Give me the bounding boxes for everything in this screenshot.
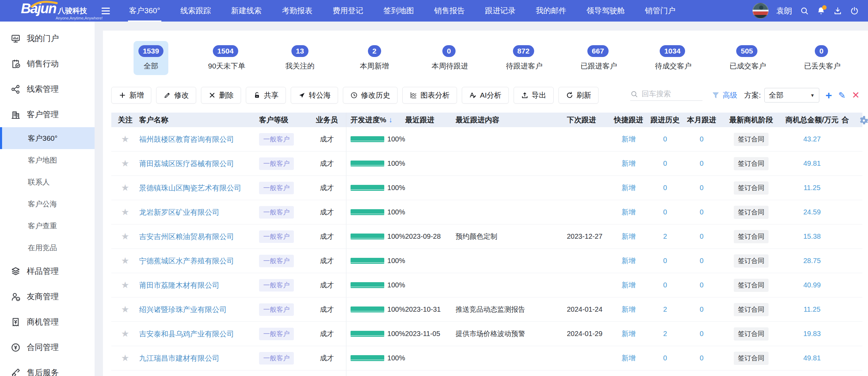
quick-follow-link[interactable]: 新增 [622,232,636,241]
edit-scheme-button[interactable]: ✎ [838,91,845,100]
follow-history-count[interactable]: 0 [663,281,667,289]
customer-name-link[interactable]: 绍兴诸暨珍珠产业有限公司 [139,305,227,314]
opportunity-amount-link[interactable]: 28.75 [803,257,821,265]
table-header-cell[interactable]: 业务员 [308,113,346,127]
follow-history-count[interactable]: 2 [663,232,667,240]
customer-name-link[interactable]: 龙岩新罗区矿业有限公司 [139,207,219,217]
nav-tab[interactable]: 销管门户 [635,0,686,22]
sidebar-item-sample[interactable]: 样品管理 [0,259,95,284]
month-follow-count[interactable]: 0 [700,330,704,338]
stat-card[interactable]: 0 本周待跟进 [432,41,466,75]
favorite-star-icon[interactable]: ★ [121,280,129,291]
table-header-cell[interactable]: 下次跟进 [567,113,610,127]
month-follow-count[interactable]: 0 [700,135,704,143]
table-header-cell[interactable]: 关注 [111,113,139,127]
month-follow-count[interactable]: 0 [700,305,704,313]
table-row[interactable]: ★ 九江瑞昌市建材有限公司 一般客户 成才 100% 新增 0 0 签订合同 4… [111,346,862,370]
sidebar-item-action[interactable]: 销售行动 [0,51,95,76]
month-follow-count[interactable]: 0 [700,281,704,289]
nav-tab[interactable]: 销售报告 [424,0,475,22]
follow-history-count[interactable]: 0 [663,160,667,167]
table-row[interactable]: ★ 龙岩新罗区矿业有限公司 一般客户 成才 100% 新增 0 0 签订合同 2… [111,200,862,224]
sidebar-subitem[interactable]: 客户公海 [0,193,95,215]
table-row[interactable]: ★ 莆田荔城区医疗器械有限公司 一般客户 成才 100% 新增 0 0 签订合同… [111,152,862,176]
nav-tab[interactable]: 费用登记 [323,0,373,22]
sidebar-subitem-active[interactable]: 客户360° [0,127,95,149]
month-follow-count[interactable]: 0 [700,208,704,216]
toolbar-button[interactable]: 图表分析 [402,87,457,104]
favorite-star-icon[interactable]: ★ [121,255,129,266]
filter-funnel-icon[interactable] [712,91,720,99]
toolbar-button[interactable]: 新增 [111,87,151,104]
opportunity-amount-link[interactable]: 43.27 [803,135,821,143]
toolbar-button[interactable]: AI分析 [462,87,509,104]
sidebar-subitem[interactable]: 联系人 [0,171,95,193]
nav-tab[interactable]: 我的邮件 [526,0,577,22]
month-follow-count[interactable]: 0 [700,257,704,265]
favorite-star-icon[interactable]: ★ [121,182,129,193]
toolbar-button[interactable]: 导出 [514,87,554,104]
table-row[interactable]: ★ 宁德蕉城区水产养殖有限公司 一般客户 成才 100% 新增 0 0 签订合同… [111,249,862,273]
table-header-cell[interactable]: 客户等级 [256,113,308,127]
table-row[interactable]: ★ 莆田市荔隆木材有限公司 一般客户 成才 100% 新增 0 0 签订合同 4… [111,273,862,297]
sidebar-subitem[interactable]: 客户查重 [0,215,95,237]
sidebar-subitem[interactable]: 客户地图 [0,149,95,171]
customer-name-link[interactable]: 宁德蕉城区水产养殖有限公司 [139,256,234,266]
nav-tab[interactable]: 跟进记录 [475,0,526,22]
delete-scheme-button[interactable]: ✕ [852,91,860,100]
customer-name-link[interactable]: 吉安吉州区粮油贸易有限公司 [139,232,234,242]
opportunity-amount-link[interactable]: 11.25 [804,305,821,313]
sidebar-item-portal[interactable]: 我的门户 [0,26,95,51]
table-header-cell[interactable]: 最新商机阶段 [720,113,782,127]
follow-history-count[interactable]: 2 [663,305,667,313]
customer-name-link[interactable]: 福州鼓楼区教育咨询有限公司 [139,134,234,144]
table-row[interactable]: ★ 金华永康五金有限公司 重点客户 成才 100% 新增 0 0 签订合同 24… [111,370,862,376]
power-icon[interactable] [850,6,859,15]
opportunity-amount-link[interactable]: 24.59 [803,208,821,216]
favorite-star-icon[interactable]: ★ [121,207,129,218]
user-avatar[interactable] [753,3,769,19]
advanced-filter-link[interactable]: 高级 [723,90,737,100]
stat-card[interactable]: 667 已跟进客户 [580,41,615,75]
bell-icon[interactable] [817,6,826,15]
customer-name-link[interactable]: 吉安泰和县乌鸡产业有限公司 [139,329,234,339]
table-header-cell[interactable]: 最近跟进 [405,113,456,127]
stat-card[interactable]: 13 我关注的 [282,41,317,75]
sidebar-item-contract[interactable]: 合同管理 [0,335,95,360]
follow-history-count[interactable]: 2 [663,330,667,338]
brand-logo[interactable]: Bajun 八骏科技 Anyone,Anytime,Anywhere! [0,1,93,20]
opportunity-amount-link[interactable]: 15.38 [803,232,821,240]
table-row[interactable]: ★ 福州鼓楼区教育咨询有限公司 一般客户 成才 100% 新增 0 0 签订合同… [111,127,862,152]
opportunity-amount-link[interactable]: 19.83 [803,330,821,338]
stat-card[interactable]: 505 已成交客户 [730,41,764,75]
customer-name-link[interactable]: 莆田市荔隆木材有限公司 [139,280,219,290]
nav-tab[interactable]: 签到地图 [373,0,424,22]
user-name[interactable]: 袁朗 [776,6,792,16]
nav-tab-active[interactable]: 客户360° [119,0,170,22]
favorite-star-icon[interactable]: ★ [121,304,129,315]
table-header-cell[interactable]: 快捷跟进 [610,113,647,127]
search-input[interactable] [642,90,699,98]
table-header-cell[interactable]: 本月跟进 [683,113,720,127]
opportunity-amount-link[interactable]: 49.81 [803,160,821,167]
customer-name-link[interactable]: 莆田荔城区医疗器械有限公司 [139,159,234,169]
follow-history-count[interactable]: 0 [663,354,667,362]
toolbar-button[interactable]: 刷新 [558,87,598,104]
table-header-cell[interactable]: 商机总金额/万元 [782,113,842,127]
sidebar-item-partner[interactable]: vs 友商管理 [0,284,95,309]
table-row[interactable]: ★ 吉安泰和县乌鸡产业有限公司 一般客户 成才 100% 2023-11-05 … [111,322,862,346]
quick-follow-link[interactable]: 新增 [622,353,636,363]
quick-follow-link[interactable]: 新增 [622,305,636,314]
customer-name-link[interactable]: 九江瑞昌市建材有限公司 [139,353,219,363]
table-row[interactable]: ★ 景德镇珠山区陶瓷艺术有限公司 一般客户 成才 100% 新增 0 0 签订合… [111,176,862,200]
add-scheme-button[interactable]: + [826,90,832,101]
sidebar-item-service[interactable]: 售后服务 [0,360,95,376]
nav-tab[interactable]: 线索跟踪 [170,0,221,22]
opportunity-amount-link[interactable]: 40.99 [803,281,821,289]
table-header-cell[interactable]: 最近跟进内容 [456,113,567,127]
sidebar-item-opportunity[interactable]: 商机管理 [0,309,95,335]
follow-history-count[interactable]: 0 [663,257,667,265]
month-follow-count[interactable]: 0 [700,160,704,167]
sidebar-item-leads[interactable]: 线索管理 [0,76,95,102]
quick-follow-link[interactable]: 新增 [622,329,636,338]
